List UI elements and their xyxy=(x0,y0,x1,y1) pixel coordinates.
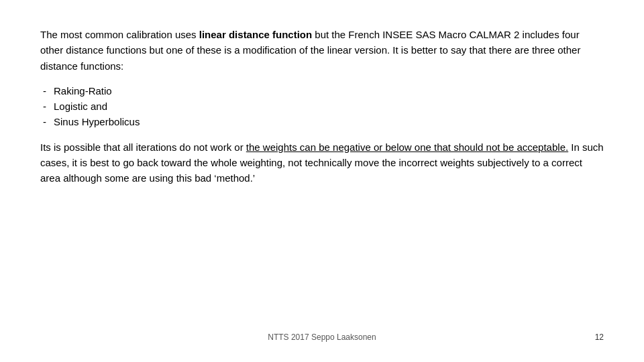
underlined-text: the weights can be negative or below one… xyxy=(246,141,568,153)
footer-center-text: NTTS 2017 Seppo Laaksonen xyxy=(268,333,376,342)
list-item: Logistic and xyxy=(40,99,604,114)
slide: The most common calibration uses linear … xyxy=(0,0,644,362)
second-text-part1: Its is possible that all iterations do n… xyxy=(40,141,246,153)
second-paragraph: Its is possible that all iterations do n… xyxy=(40,139,604,186)
main-paragraph: The most common calibration uses linear … xyxy=(40,27,604,74)
list-item: Raking-Ratio xyxy=(40,83,604,99)
bold-phrase: linear distance function xyxy=(199,29,312,40)
footer-page-number: 12 xyxy=(595,333,604,342)
bullet-list: Raking-Ratio Logistic and Sinus Hyperbol… xyxy=(40,83,604,130)
main-text-part1: The most common calibration uses xyxy=(40,29,199,40)
list-item: Sinus Hyperbolicus xyxy=(40,114,604,129)
slide-content: The most common calibration uses linear … xyxy=(40,27,604,326)
footer: NTTS 2017 Seppo Laaksonen 12 xyxy=(40,326,604,342)
